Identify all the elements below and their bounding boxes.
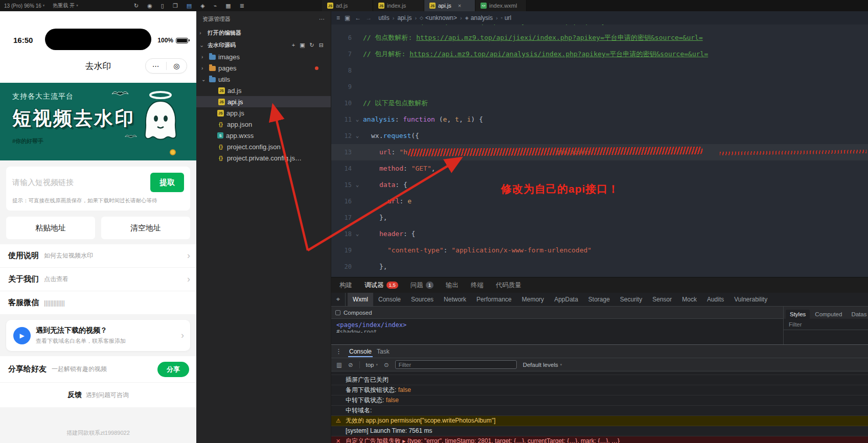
code-line-18[interactable]: 18⌄header: {: [331, 226, 868, 242]
code-line-13[interactable]: 13url: "hphp?apikey: [331, 144, 868, 160]
code-line-11[interactable]: 11⌄analysis: function (e, t, i) {: [331, 111, 868, 128]
more-icon[interactable]: ⋯: [146, 59, 166, 73]
styles-tab-Styles[interactable]: Styles: [786, 310, 810, 319]
list-item-客服微信[interactable]: 客服微信|||||||||||||: [0, 291, 196, 315]
panel-tab-调试器[interactable]: 调试器1,5: [364, 281, 398, 290]
grid-icon[interactable]: ▦: [225, 3, 231, 9]
devtools-tab-AppData[interactable]: AppData: [549, 293, 583, 306]
tree-item-pages[interactable]: ›pages: [196, 62, 331, 74]
console-filter-input[interactable]: [395, 360, 517, 369]
context-selector[interactable]: top▾: [366, 362, 378, 368]
eye-icon[interactable]: ⊙: [384, 361, 389, 368]
tree-item-images[interactable]: ›images: [196, 51, 331, 62]
fold-icon[interactable]: ⌄: [352, 226, 363, 242]
devtools-tab-Storage[interactable]: Storage: [583, 293, 615, 306]
drawer-tab-Task[interactable]: Task: [376, 346, 391, 357]
tree-item-project.config.json[interactable]: {}project.config.json: [196, 141, 331, 152]
devtools-tab-Vulnerability[interactable]: Vulnerability: [729, 293, 772, 306]
back-icon[interactable]: ←: [355, 14, 361, 21]
close-tab-icon[interactable]: ×: [458, 3, 461, 9]
tree-item-app.json[interactable]: {}app.json: [196, 119, 331, 130]
split-editor-icon[interactable]: ❐: [173, 3, 178, 9]
file-tab-ad.js[interactable]: JSad.js: [322, 0, 373, 11]
search-icon[interactable]: ◈: [200, 3, 204, 9]
list-item-关于我们[interactable]: 关于我们点击查看›: [0, 268, 196, 291]
bookmark-icon[interactable]: ▣: [345, 14, 350, 21]
device-selector[interactable]: 13 (Pro) 96% 16▾: [4, 3, 44, 9]
devtools-tab-Sensor[interactable]: Sensor: [647, 293, 677, 306]
kebab-menu-icon[interactable]: ⋮: [335, 347, 342, 355]
new-folder-icon[interactable]: ▣: [300, 42, 305, 49]
tree-item-app.js[interactable]: JSapp.js: [196, 107, 331, 119]
dom-tag[interactable]: <pages/index/index>: [336, 321, 778, 329]
breadcrumb-item[interactable]: ◈analysis: [465, 14, 493, 21]
styles-tab-Computed[interactable]: Computed: [811, 310, 846, 319]
video-link-input[interactable]: 请输入短视频链接: [12, 178, 150, 188]
paste-address-button[interactable]: 粘贴地址: [6, 217, 95, 239]
code-line-14[interactable]: 14method: "GET",: [331, 160, 868, 177]
code-line-7[interactable]: 7// 包月解析: https://api.mz9.top/api/analys…: [331, 46, 868, 62]
tree-item-project.private.config.js[interactable]: {}project.private.config.js…: [196, 152, 331, 164]
collapse-icon[interactable]: ⊟: [319, 42, 324, 49]
devtools-tab-Mock[interactable]: Mock: [677, 293, 702, 306]
breadcrumb-item[interactable]: ◇<unknown>: [420, 14, 457, 21]
miniprogram-capsule[interactable]: ⋯ ◎: [145, 58, 187, 74]
git-branch-icon[interactable]: ⌁: [214, 3, 217, 9]
code-line-17[interactable]: 17},: [331, 209, 868, 226]
panel-tab-终端[interactable]: 终端: [471, 281, 484, 290]
devtools-tab-Console[interactable]: Console: [373, 293, 406, 306]
code-line-12[interactable]: 12⌄wx.request({: [331, 128, 868, 144]
project-root-section[interactable]: ⌄ 去水印源码 +▣↻⊟: [196, 39, 331, 51]
share-button[interactable]: 分享: [157, 362, 189, 377]
devtools-tab-Security[interactable]: Security: [615, 293, 647, 306]
file-tab-index.js[interactable]: JSindex.js: [373, 0, 424, 11]
fold-icon[interactable]: ⌄: [352, 177, 363, 193]
tree-item-api.js[interactable]: JSapi.js: [196, 96, 331, 107]
refresh-icon[interactable]: ↻: [310, 42, 314, 49]
compile-icon[interactable]: ▤: [187, 3, 192, 9]
code-line-20[interactable]: 20},: [331, 259, 868, 275]
panel-tab-输出[interactable]: 输出: [446, 281, 459, 290]
clear-address-button[interactable]: 清空地址: [101, 217, 190, 239]
styles-tab-Datas[interactable]: Datas: [847, 310, 868, 319]
breadcrumb-item[interactable]: utils: [378, 14, 389, 21]
list-icon[interactable]: ≡: [336, 14, 340, 21]
panel-tab-问题[interactable]: 问题1: [410, 281, 433, 290]
feedback-row[interactable]: 反馈 遇到问题可咨询: [0, 383, 196, 407]
element-tree[interactable]: <pages/index/index> #shadow-root: [331, 319, 783, 344]
devtools-tab-Network[interactable]: Network: [439, 293, 471, 306]
tree-item-ad.js[interactable]: JSad.js: [196, 85, 331, 96]
refresh-icon[interactable]: ↻: [134, 3, 139, 9]
devtools-tab-Memory[interactable]: Memory: [517, 293, 549, 306]
clear-console-icon[interactable]: ⊘: [348, 361, 353, 368]
hot-reload-toggle[interactable]: 热重载 开▾: [53, 2, 78, 9]
menu-icon[interactable]: ≣: [240, 3, 244, 9]
panel-tab-构建[interactable]: 构建: [339, 281, 352, 290]
code-line-10[interactable]: 10// 以下是包点数解析: [331, 95, 868, 111]
record-icon[interactable]: ◉: [147, 3, 152, 9]
more-icon[interactable]: ⋯: [319, 16, 325, 22]
code-line-19[interactable]: 19"content-type": "application/x-www-for…: [331, 242, 868, 259]
composed-checkbox[interactable]: [335, 310, 340, 315]
list-item-使用说明[interactable]: 使用说明如何去短视频水印›: [0, 244, 196, 268]
tree-item-app.wxss[interactable]: Sapp.wxss: [196, 130, 331, 141]
drawer-tab-Console[interactable]: Console: [348, 346, 373, 357]
help-card[interactable]: ▶ 遇到无法下载的视频？ 查看下载域名白名单，联系客服添加 ›: [6, 320, 190, 351]
dock-icon[interactable]: ▥: [336, 361, 342, 368]
tree-item-utils[interactable]: ⌄utils: [196, 74, 331, 85]
new-file-icon[interactable]: +: [292, 42, 295, 49]
code-editor[interactable]: // 包月解析: https://api.mz9.top/api/analysi…: [331, 25, 868, 277]
devtools-tab-Audits[interactable]: Audits: [702, 293, 729, 306]
device-icon[interactable]: ▯: [161, 3, 164, 9]
devtools-tab-Performance[interactable]: Performance: [471, 293, 517, 306]
open-editors-section[interactable]: › 打开的编辑器: [196, 27, 331, 39]
file-tab-api.js[interactable]: JSapi.js×: [424, 0, 475, 11]
log-levels-selector[interactable]: Default levels▾: [523, 362, 562, 368]
fold-icon[interactable]: ⌄: [352, 111, 363, 128]
extract-button[interactable]: 提取: [150, 173, 184, 192]
code-line-9[interactable]: 9: [331, 79, 868, 95]
breadcrumb-item[interactable]: api.js: [397, 14, 412, 21]
file-tab-index.wxml[interactable]: <>index.wxml: [475, 0, 527, 11]
devtools-tab-Wxml[interactable]: Wxml: [348, 293, 373, 306]
code-line-8[interactable]: 8: [331, 62, 868, 79]
